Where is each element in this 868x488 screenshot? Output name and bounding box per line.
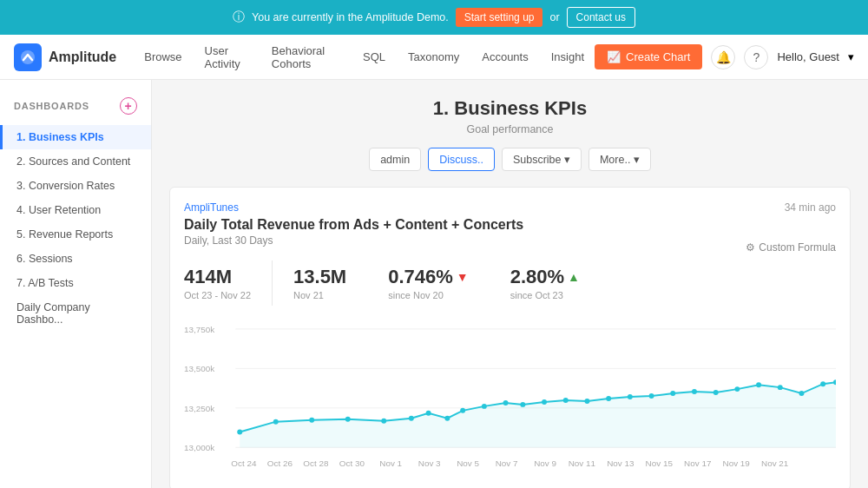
stat-total-value: 414M (184, 266, 251, 288)
x-label-oct28: Oct 28 (303, 458, 329, 468)
sidebar-item-ab-tests[interactable]: 7. A/B Tests (0, 271, 151, 295)
layout: DASHBOARDS + 1. Business KPIs 2. Sources… (0, 80, 868, 488)
chart-dot (482, 404, 487, 409)
banner-message: You are currently in the Amplitude Demo. (252, 11, 449, 23)
nav-insight[interactable]: Insight (541, 45, 595, 69)
setup-button[interactable]: Start setting up (456, 8, 543, 27)
chart-dot (563, 398, 569, 403)
x-label-nov17: Nov 17 (684, 458, 711, 468)
svg-point-0 (21, 50, 35, 64)
create-chart-icon: 📈 (607, 50, 621, 63)
subscribe-button[interactable]: Subscribe ▾ (502, 148, 582, 171)
stat-total: 414M Oct 23 - Nov 22 (184, 260, 273, 306)
stat-total-label: Oct 23 - Nov 22 (184, 290, 251, 300)
stat-nov21: 13.5M Nov 21 (293, 260, 367, 306)
nav-accounts[interactable]: Accounts (471, 45, 538, 69)
chart-dot (820, 381, 825, 386)
chart-area: 13,750k 13,500k 13,250k 13,000k (184, 320, 836, 476)
admin-button[interactable]: admin (369, 148, 421, 171)
chart-dot (670, 391, 675, 396)
sidebar-item-conversion-rates[interactable]: 3. Conversion Rates (0, 174, 151, 198)
x-label-nov1: Nov 1 (379, 458, 402, 468)
stat-since-nov20-value: 0.746% ▼ (388, 266, 468, 288)
page-title: 1. Business KPIs (169, 97, 851, 120)
chart-dot (584, 399, 589, 404)
chart-dot (692, 389, 697, 394)
chart-dot (734, 386, 740, 392)
chart-dot (778, 385, 783, 390)
stat-nov21-value: 13.5M (293, 266, 346, 288)
nav-browse[interactable]: Browse (134, 45, 192, 69)
chart-dot (649, 393, 654, 399)
logo-icon (14, 43, 42, 71)
main-content: 1. Business KPIs Goal performance admin … (152, 80, 868, 488)
y-label-1: 13,750k (184, 325, 214, 334)
chart-period: Daily, Last 30 Days (184, 234, 273, 247)
stat-nov21-label: Nov 21 (293, 290, 346, 300)
chart-header: AmpliTunes 34 min ago (184, 201, 836, 214)
sidebar-item-revenue-reports[interactable]: 5. Revenue Reports (0, 222, 151, 247)
x-label-nov19: Nov 19 (723, 458, 751, 468)
chart-dot (503, 400, 509, 406)
chart-dot (426, 411, 431, 416)
info-icon: ⓘ (233, 10, 245, 25)
chart-dot (273, 419, 279, 425)
x-label-oct26: Oct 26 (267, 458, 293, 468)
chart-dot (799, 391, 805, 396)
help-icon[interactable]: ? (744, 45, 768, 69)
nav-links: Browse User Activity Behavioral Cohorts … (134, 39, 595, 76)
chart-dot (381, 419, 386, 424)
x-label-nov5: Nov 5 (457, 458, 479, 468)
stats-row: 414M Oct 23 - Nov 22 13.5M Nov 21 0.746%… (184, 260, 836, 306)
sidebar-item-business-kpis[interactable]: 1. Business KPIs (0, 125, 151, 149)
chart-source: AmpliTunes (184, 201, 239, 214)
bell-icon[interactable]: 🔔 (711, 45, 735, 69)
chevron-down-icon[interactable]: ▾ (848, 50, 854, 63)
nav-sql[interactable]: SQL (352, 45, 396, 69)
stat-since-oct23-label: since Oct 23 (510, 290, 580, 300)
add-dashboard-button[interactable]: + (120, 97, 137, 115)
chart-dot (460, 408, 465, 413)
sidebar-item-sources-content[interactable]: 2. Sources and Content (0, 149, 151, 174)
chart-dot (713, 390, 719, 395)
sidebar-title: DASHBOARDS (14, 101, 89, 111)
up-arrow-icon: ▲ (568, 270, 580, 284)
or-text: or (549, 11, 559, 23)
x-label-nov15: Nov 15 (646, 458, 674, 468)
x-label-oct24: Oct 24 (231, 458, 257, 468)
chart-dot (345, 417, 351, 422)
chart-time: 34 min ago (785, 201, 836, 214)
sidebar-item-user-retention[interactable]: 4. User Retention (0, 198, 151, 222)
logo-text: Amplitude (49, 49, 116, 65)
hello-user[interactable]: Hello, Guest (777, 50, 839, 63)
chart-dot (542, 399, 547, 405)
chart-fill (240, 382, 836, 447)
x-label-oct30: Oct 30 (339, 458, 365, 468)
top-banner: ⓘ You are currently in the Amplitude Dem… (0, 0, 868, 35)
nav-behavioral-cohorts[interactable]: Behavioral Cohorts (261, 39, 351, 76)
down-arrow-icon: ▼ (457, 270, 469, 284)
chart-dot (444, 416, 450, 421)
logo[interactable]: Amplitude (14, 43, 116, 71)
sidebar-header: DASHBOARDS + (0, 94, 151, 125)
chart-dot (520, 402, 525, 407)
stat-since-nov20: 0.746% ▼ since Nov 20 (388, 260, 489, 306)
y-label-4: 13,000k (184, 443, 214, 452)
nav-user-activity[interactable]: User Activity (194, 39, 260, 76)
chart-dot (309, 418, 314, 423)
nav-taxonomy[interactable]: Taxonomy (398, 45, 470, 69)
chart-dot (409, 416, 414, 421)
x-label-nov13: Nov 13 (607, 458, 635, 468)
create-chart-button[interactable]: 📈 Create Chart (595, 44, 702, 69)
navbar: Amplitude Browse User Activity Behaviora… (0, 35, 868, 80)
sidebar-item-daily-company[interactable]: Daily Company Dashbo... (0, 295, 151, 332)
more-button[interactable]: More.. ▾ (589, 148, 651, 171)
y-label-3: 13,250k (184, 404, 214, 413)
discuss-button[interactable]: Discuss.. (428, 148, 495, 171)
custom-formula-button[interactable]: ⚙ Custom Formula (746, 241, 836, 254)
contact-button[interactable]: Contact us (567, 7, 635, 28)
nav-right: 📈 Create Chart 🔔 ? Hello, Guest ▾ (595, 44, 854, 69)
chart-dot (756, 382, 761, 387)
chart-dot (606, 396, 611, 401)
sidebar-item-sessions[interactable]: 6. Sessions (0, 247, 151, 271)
